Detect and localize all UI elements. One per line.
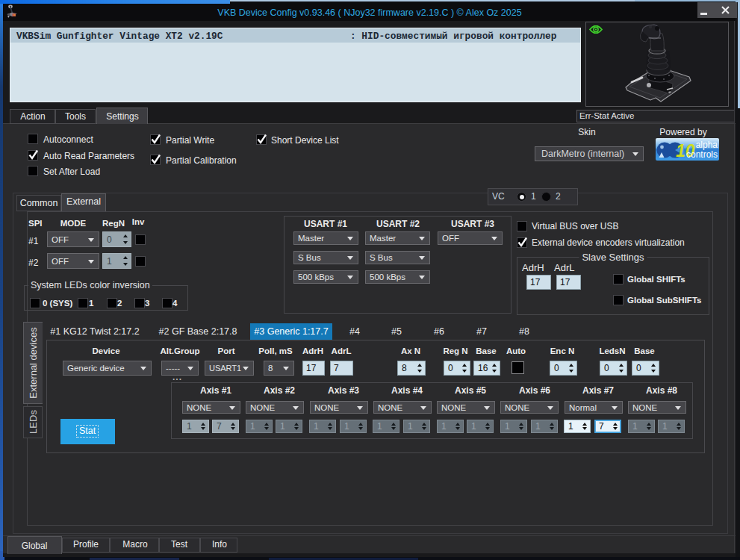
svg-text:controls: controls	[686, 149, 718, 160]
